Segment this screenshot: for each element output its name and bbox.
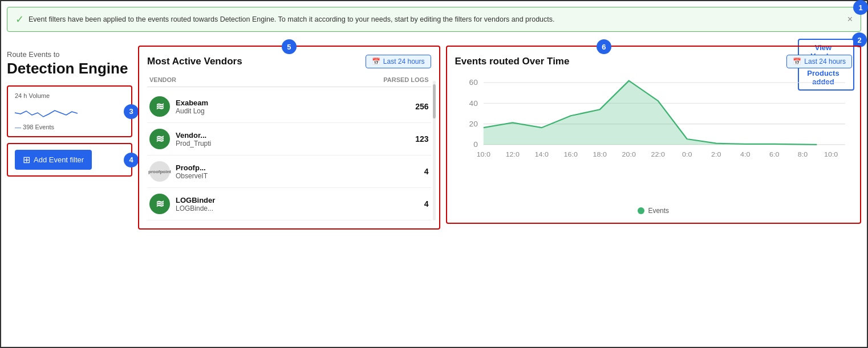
chart-legend: Events (455, 207, 853, 215)
vendors-table: VENDOR PARSED LOGS ≋ Exabeam Audit Log 2… (147, 76, 431, 220)
step-5-badge: 5 (282, 39, 297, 54)
right-panel: 6 Events routed Over Time 📅 Last 24 hour… (446, 46, 862, 224)
svg-text:12:0: 12:0 (505, 150, 520, 157)
svg-text:22:0: 22:0 (651, 150, 665, 157)
svg-text:16:0: 16:0 (563, 150, 578, 157)
scrollbar-thumb (433, 84, 436, 118)
step-1-badge: 1 (853, 0, 868, 15)
vendor-name: Exabeam (176, 99, 406, 107)
step-3-badge: 3 (124, 104, 139, 119)
main-content: Route Events to Detection Engine 24 h Vo… (7, 46, 861, 230)
vendor-name: LOGBinder (176, 196, 406, 204)
sparkline-chart (15, 103, 78, 120)
vendor-product: ObserveIT (176, 172, 406, 180)
vendor-count: 4 (412, 199, 429, 208)
svg-text:20:0: 20:0 (622, 150, 636, 157)
calendar-icon-right: 📅 (793, 58, 801, 65)
middle-panel: 5 Most Active Vendors 📅 Last 24 hours VE… (138, 46, 440, 230)
svg-text:2:0: 2:0 (711, 150, 721, 157)
check-icon: ✓ (15, 13, 24, 26)
vendor-row: ≋ Vendor... Prod_Trupti 123 (147, 123, 431, 155)
svg-text:0:0: 0:0 (682, 150, 692, 157)
scrollbar-track[interactable] (433, 81, 436, 220)
vendor-rows-container: ≋ Exabeam Audit Log 256 ≋ Vendor... Prod… (147, 91, 431, 220)
vendor-avatar: ≋ (149, 96, 170, 117)
banner-text: Event filters have been applied to the e… (29, 15, 841, 23)
svg-text:14:0: 14:0 (534, 150, 549, 157)
volume-box: 24 h Volume — 398 Events 3 (7, 85, 132, 137)
events-over-time-chart: 60 40 20 0 10:0 12:0 14:0 16:0 18:0 20:0… (455, 76, 853, 202)
svg-text:0: 0 (473, 141, 478, 149)
plus-icon: ⊞ (23, 154, 30, 165)
middle-date-badge[interactable]: 📅 Last 24 hours (366, 55, 431, 68)
right-panel-header: Events routed Over Time 📅 Last 24 hours (455, 55, 853, 68)
calendar-icon: 📅 (372, 58, 380, 65)
svg-text:18:0: 18:0 (593, 150, 607, 157)
vendor-product: Audit Log (176, 107, 406, 115)
vendor-info: Proofp... ObserveIT (176, 163, 406, 180)
vendor-product: Prod_Trupti (176, 140, 406, 148)
vendors-table-header: VENDOR PARSED LOGS (147, 76, 431, 87)
vendor-row: ≋ Exabeam Audit Log 256 (147, 91, 431, 123)
volume-events: — 398 Events (15, 124, 124, 130)
volume-label: 24 h Volume (15, 92, 124, 99)
vendor-name: Proofp... (176, 163, 406, 172)
engine-title: Detection Engine (7, 60, 132, 77)
right-panel-title: Events routed Over Time (455, 56, 570, 67)
vendor-product: LOGBinde... (176, 204, 406, 212)
svg-text:10:0: 10:0 (476, 150, 490, 157)
middle-panel-title: Most Active Vendors (147, 56, 242, 67)
vendor-info: Vendor... Prod_Trupti (176, 131, 406, 148)
add-filter-box: ⊞ Add Event filter 4 (7, 143, 132, 177)
vendor-row: proofpoint Proofp... ObserveIT 4 (147, 155, 431, 188)
route-label: Route Events to (7, 50, 132, 59)
vendor-avatar: ≋ (149, 194, 170, 214)
vendor-count: 256 (412, 102, 429, 111)
right-date-badge[interactable]: 📅 Last 24 hours (786, 55, 852, 68)
notification-banner: ✓ Event filters have been applied to the… (7, 7, 861, 32)
vendor-name: Vendor... (176, 131, 406, 140)
vendor-info: LOGBinder LOGBinde... (176, 196, 406, 212)
svg-text:20: 20 (469, 120, 477, 128)
vendor-row: ≋ LOGBinder LOGBinde... 4 (147, 188, 431, 220)
step-4-badge: 4 (124, 153, 139, 167)
step-6-badge: 6 (597, 39, 611, 54)
vendor-avatar: proofpoint (149, 161, 170, 182)
svg-text:8:0: 8:0 (797, 150, 808, 157)
legend-dot (638, 207, 644, 214)
vendor-count: 4 (412, 167, 429, 176)
legend-label: Events (648, 207, 669, 215)
middle-panel-header: Most Active Vendors 📅 Last 24 hours (147, 55, 431, 68)
vendor-count: 123 (412, 134, 429, 144)
vendor-info: Exabeam Audit Log (176, 99, 406, 115)
svg-text:10:0: 10:0 (824, 150, 838, 157)
svg-marker-8 (483, 81, 845, 145)
svg-text:60: 60 (469, 79, 477, 87)
left-panel: Route Events to Detection Engine 24 h Vo… (7, 46, 132, 181)
close-icon[interactable]: × (847, 14, 853, 24)
svg-text:40: 40 (469, 99, 477, 107)
svg-text:6:0: 6:0 (769, 150, 780, 157)
vendor-avatar: ≋ (149, 129, 170, 149)
add-event-filter-button[interactable]: ⊞ Add Event filter (15, 150, 92, 170)
chart-area: 60 40 20 0 10:0 12:0 14:0 16:0 18:0 20:0… (455, 76, 853, 215)
svg-text:4:0: 4:0 (740, 150, 751, 157)
